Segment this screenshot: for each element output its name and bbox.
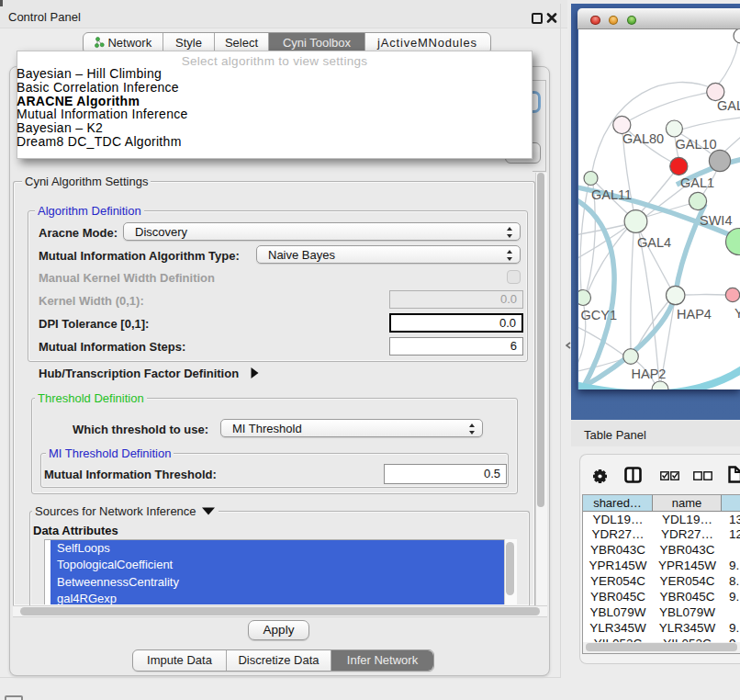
svg-text:GAL4: GAL4 [637, 235, 671, 250]
svg-text:GAL2: GAL2 [717, 98, 740, 113]
svg-text:HAP4: HAP4 [677, 307, 712, 322]
svg-text:GAL1: GAL1 [680, 175, 714, 190]
svg-text:YE: YE [734, 306, 740, 321]
svg-text:HAP2: HAP2 [632, 367, 667, 381]
svg-text:SWI4: SWI4 [700, 213, 732, 228]
svg-text:GAL80: GAL80 [622, 131, 664, 146]
svg-text:GAL10: GAL10 [676, 137, 717, 152]
svg-text:GCY1: GCY1 [581, 308, 618, 322]
svg-text:GAL11: GAL11 [591, 187, 632, 202]
